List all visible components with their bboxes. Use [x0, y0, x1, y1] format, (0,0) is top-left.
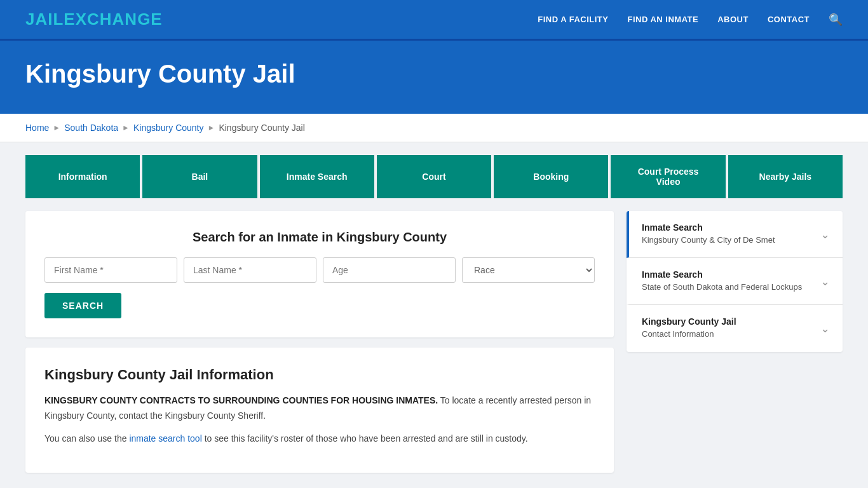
- logo[interactable]: JAILEXCHANGE: [25, 10, 163, 29]
- content-left: Search for an Inmate in Kingsbury County…: [25, 211, 614, 473]
- sidebar-item-2[interactable]: Inmate Search State of South Dakota and …: [627, 258, 843, 305]
- tab-booking[interactable]: Booking: [494, 155, 608, 198]
- tab-information[interactable]: Information: [25, 155, 140, 198]
- sidebar-item-3[interactable]: Kingsbury County Jail Contact Informatio…: [627, 305, 843, 351]
- header: JAILEXCHANGE FIND A FACILITY FIND AN INM…: [0, 0, 868, 41]
- page-title: Kingsbury County Jail: [25, 60, 843, 88]
- sidebar-item-1[interactable]: Inmate Search Kingsbury County & City of…: [627, 211, 843, 258]
- logo-part2: EXCHANGE: [64, 10, 162, 29]
- nav-find-facility[interactable]: FIND A FACILITY: [538, 15, 608, 24]
- sidebar-item-1-text: Inmate Search Kingsbury County & City of…: [642, 222, 775, 246]
- sidebar-item-3-subtitle: Contact Information: [642, 329, 736, 340]
- inmate-search-link[interactable]: inmate search tool: [129, 433, 201, 444]
- sidebar-card: Inmate Search Kingsbury County & City of…: [627, 211, 843, 352]
- info-paragraph-2-post: to see this facility's roster of those w…: [202, 433, 528, 444]
- sidebar-right: Inmate Search Kingsbury County & City of…: [627, 211, 843, 352]
- search-icon-button[interactable]: 🔍: [829, 13, 843, 27]
- nav-about[interactable]: ABOUT: [717, 15, 749, 24]
- nav-find-inmate[interactable]: FIND AN INMATE: [627, 15, 698, 24]
- search-button[interactable]: SEARCH: [44, 293, 121, 318]
- breadcrumb-state[interactable]: South Dakota: [64, 123, 118, 133]
- tab-court-process-video[interactable]: Court Process Video: [611, 155, 725, 198]
- sidebar-item-3-text: Kingsbury County Jail Contact Informatio…: [642, 316, 736, 340]
- chevron-down-icon-1: ⌄: [820, 227, 830, 241]
- info-title: Kingsbury County Jail Information: [44, 367, 595, 383]
- age-input[interactable]: [323, 257, 456, 283]
- tab-court[interactable]: Court: [377, 155, 491, 198]
- breadcrumb-sep-1: ►: [53, 123, 60, 132]
- sidebar-item-1-title: Inmate Search: [642, 222, 775, 233]
- breadcrumb-sep-2: ►: [122, 123, 130, 132]
- hero-section: Kingsbury County Jail: [0, 41, 868, 114]
- info-paragraph-2-pre: You can also use the: [44, 433, 129, 444]
- breadcrumb-sep-3: ►: [208, 123, 215, 132]
- logo-part1: JAIL: [25, 10, 64, 29]
- breadcrumb: Home ► South Dakota ► Kingsbury County ►…: [25, 123, 843, 133]
- breadcrumb-home[interactable]: Home: [25, 123, 49, 133]
- main-nav: FIND A FACILITY FIND AN INMATE ABOUT CON…: [538, 13, 843, 27]
- search-title: Search for an Inmate in Kingsbury County: [44, 230, 595, 245]
- info-paragraph-1: KINGSBURY COUNTY CONTRACTS TO SURROUNDIN…: [44, 393, 595, 424]
- info-paragraph-2: You can also use the inmate search tool …: [44, 431, 595, 447]
- inmate-search-box: Search for an Inmate in Kingsbury County…: [25, 211, 614, 337]
- info-box: Kingsbury County Jail Information KINGSB…: [25, 348, 614, 473]
- sidebar-item-2-text: Inmate Search State of South Dakota and …: [642, 269, 802, 293]
- tab-bail[interactable]: Bail: [142, 155, 257, 198]
- breadcrumb-current: Kingsbury County Jail: [219, 123, 304, 133]
- main-content: Search for an Inmate in Kingsbury County…: [0, 198, 868, 488]
- chevron-down-icon-2: ⌄: [820, 274, 830, 288]
- sidebar-item-1-subtitle: Kingsbury County & City of De Smet: [642, 234, 775, 246]
- search-fields: Race White Black Hispanic Asian Native A…: [44, 257, 595, 283]
- last-name-input[interactable]: [184, 257, 316, 283]
- breadcrumb-bar: Home ► South Dakota ► Kingsbury County ►…: [0, 114, 868, 142]
- chevron-down-icon-3: ⌄: [820, 322, 830, 336]
- sidebar-item-3-title: Kingsbury County Jail: [642, 316, 736, 327]
- sidebar-item-2-title: Inmate Search: [642, 269, 802, 280]
- tab-nearby-jails[interactable]: Nearby Jails: [728, 155, 843, 198]
- breadcrumb-county[interactable]: Kingsbury County: [133, 123, 204, 133]
- first-name-input[interactable]: [44, 257, 177, 283]
- nav-contact[interactable]: CONTACT: [768, 15, 810, 24]
- tab-inmate-search[interactable]: Inmate Search: [260, 155, 374, 198]
- tab-bar: Information Bail Inmate Search Court Boo…: [0, 142, 868, 198]
- race-select[interactable]: Race White Black Hispanic Asian Native A…: [462, 257, 595, 283]
- sidebar-item-2-subtitle: State of South Dakota and Federal Lockup…: [642, 281, 802, 293]
- info-bold-text: KINGSBURY COUNTY CONTRACTS TO SURROUNDIN…: [44, 395, 438, 405]
